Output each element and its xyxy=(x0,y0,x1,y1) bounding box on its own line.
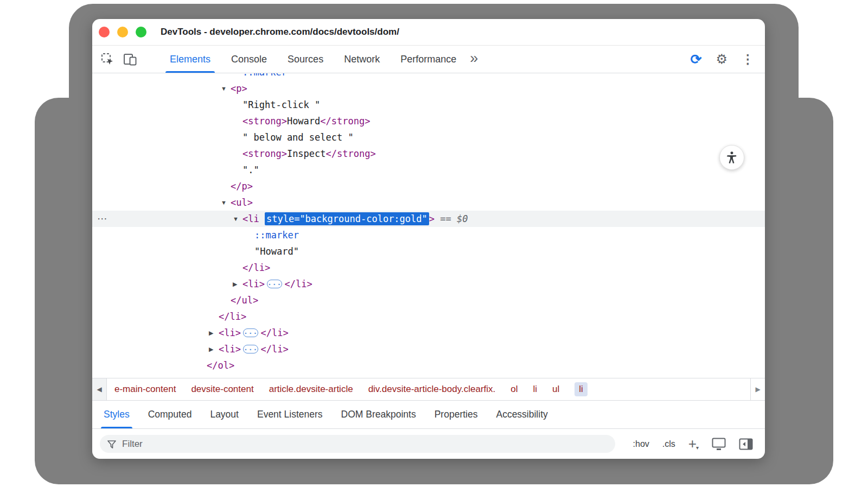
dom-tree-lines: ::marker▼<p>"Right-click "<strong>Howard… xyxy=(92,73,765,374)
tab-console[interactable]: Console xyxy=(221,46,277,73)
code-token-ellipsis[interactable]: ··· xyxy=(243,345,258,353)
expand-arrow-icon[interactable]: ▶ xyxy=(209,330,219,337)
code-token-ellipsis[interactable]: ··· xyxy=(267,280,282,288)
code-token-tag: <strong> xyxy=(242,148,287,159)
dom-tree-row[interactable]: ▶<li>···</li> xyxy=(92,325,765,341)
dom-tree-row[interactable]: "." xyxy=(92,162,765,178)
breadcrumb-item-selected[interactable]: li xyxy=(575,382,588,396)
filter-funnel-icon xyxy=(107,439,117,449)
code-token-dollar: $0 xyxy=(457,213,468,224)
code-token-tag: </ul> xyxy=(231,295,258,306)
sidebar-tab-dom-breakpoints[interactable]: DOM Breakpoints xyxy=(332,401,425,428)
breadcrumb-item[interactable]: devsite-content xyxy=(191,384,253,395)
code-token-tag: <li> xyxy=(219,327,241,338)
new-style-rule-button[interactable]: + ▾ xyxy=(688,438,699,450)
code-token-tag: <li> xyxy=(219,344,241,355)
dom-tree-row[interactable]: <strong>Inspect</strong> xyxy=(92,146,765,162)
dock-sidebar-icon[interactable] xyxy=(739,438,753,450)
panel-tabs: ElementsConsoleSourcesNetworkPerformance xyxy=(159,46,467,73)
dom-tree-row[interactable]: </ol> xyxy=(92,357,765,374)
pseudo-state-button[interactable]: :hov xyxy=(633,439,649,449)
collapse-arrow-icon[interactable]: ▼ xyxy=(221,85,231,92)
styles-filter-bar: :hov .cls + ▾ xyxy=(92,428,765,459)
dom-tree-row[interactable]: </p> xyxy=(92,178,765,194)
plus-icon: + xyxy=(688,438,697,450)
breadcrumb-item[interactable]: e-main-content xyxy=(114,384,176,395)
breadcrumb-item[interactable]: ol xyxy=(510,384,518,395)
filter-input[interactable] xyxy=(122,439,608,450)
titlebar: DevTools - developer.chrome.com/docs/dev… xyxy=(92,19,765,46)
dom-tree-row[interactable]: ▶<li>···</li> xyxy=(92,276,765,292)
code-token-text: Inspect xyxy=(287,148,326,159)
code-token-tag: </li> xyxy=(219,311,246,322)
code-token-tag: </strong> xyxy=(326,148,376,159)
collapse-arrow-icon[interactable]: ▼ xyxy=(221,199,231,206)
tab-network[interactable]: Network xyxy=(334,46,390,73)
dom-tree-row[interactable]: </li> xyxy=(92,308,765,325)
filter-pill[interactable] xyxy=(100,435,615,453)
device-toolbar-icon[interactable] xyxy=(123,52,138,67)
tab-elements[interactable]: Elements xyxy=(159,46,221,73)
inspect-element-icon[interactable] xyxy=(100,52,115,67)
expand-arrow-icon[interactable]: ▶ xyxy=(233,281,242,288)
settings-gear-icon[interactable]: ⚙ xyxy=(716,53,727,66)
collapse-arrow-icon[interactable]: ▼ xyxy=(233,216,242,222)
code-token-text: " below and select " xyxy=(242,132,354,143)
minimize-window-button[interactable] xyxy=(117,27,128,37)
toolbar-right-controls: ⟳ ⚙ ⋮ xyxy=(691,53,754,66)
code-token-tag: </li> xyxy=(242,262,270,273)
dom-tree-row[interactable]: ::marker xyxy=(92,73,765,80)
breadcrumb-item[interactable]: div.devsite-article-body.clearfix. xyxy=(368,384,496,395)
sidebar-tab-computed[interactable]: Computed xyxy=(139,401,201,428)
sidebar-tab-styles[interactable]: Styles xyxy=(94,401,139,428)
breadcrumb-scroll-left-icon[interactable]: ◀ xyxy=(92,378,107,400)
dom-tree-row[interactable]: " below and select " xyxy=(92,129,765,146)
traffic-lights xyxy=(99,27,146,37)
breadcrumb-list: e-main-contentdevsite-contentarticle.dev… xyxy=(107,378,595,400)
rendering-emulation-icon[interactable] xyxy=(712,438,726,451)
tab-sources[interactable]: Sources xyxy=(277,46,334,73)
main-toolbar: ElementsConsoleSourcesNetworkPerformance… xyxy=(92,46,765,73)
accessibility-button[interactable] xyxy=(719,145,744,170)
sync-icon[interactable]: ⟳ xyxy=(691,53,702,66)
tab-performance[interactable]: Performance xyxy=(390,46,467,73)
code-token-text xyxy=(259,213,265,224)
sidebar-tab-event-listeners[interactable]: Event Listeners xyxy=(248,401,332,428)
zoom-window-button[interactable] xyxy=(136,27,146,37)
code-token-text: "Howard" xyxy=(254,246,299,257)
dom-tree-row[interactable]: ▶<li>···</li> xyxy=(92,341,765,357)
dom-tree-row[interactable]: </ul> xyxy=(92,292,765,308)
code-token-tag: </p> xyxy=(231,181,253,192)
dom-tree-row[interactable]: ::marker xyxy=(92,227,765,243)
caret-down-icon: ▾ xyxy=(696,445,699,451)
expand-arrow-icon[interactable]: ▶ xyxy=(209,346,219,353)
dom-tree-row[interactable]: <strong>Howard</strong> xyxy=(92,113,765,129)
dom-tree-row[interactable]: ▼<ul> xyxy=(92,194,765,211)
sidebar-tab-accessibility[interactable]: Accessibility xyxy=(487,401,557,428)
dom-tree-panel: ::marker▼<p>"Right-click "<strong>Howard… xyxy=(92,73,765,378)
dom-tree-row[interactable]: "Howard" xyxy=(92,243,765,260)
dom-tree-row[interactable]: </li> xyxy=(92,260,765,276)
dom-tree-row[interactable]: ▼<p> xyxy=(92,80,765,97)
close-window-button[interactable] xyxy=(99,27,110,37)
more-panels-icon[interactable]: » xyxy=(470,51,478,68)
dom-tree-row-selected[interactable]: ⋯▼<li style="background-color:gold"> == … xyxy=(92,211,765,227)
code-token-tag: </li> xyxy=(284,279,312,289)
breadcrumb-item[interactable]: ul xyxy=(552,384,559,395)
code-token-tag: <strong> xyxy=(242,116,287,127)
accessibility-person-icon xyxy=(725,150,739,165)
code-token-pseudo: ::marker xyxy=(242,73,287,78)
breadcrumb-item[interactable]: li xyxy=(533,384,538,395)
code-token-tag: <p> xyxy=(231,83,247,94)
code-token-tag: > xyxy=(429,213,435,224)
element-classes-button[interactable]: .cls xyxy=(662,439,675,449)
breadcrumb-item[interactable]: article.devsite-article xyxy=(269,384,353,395)
code-token-text: Howard xyxy=(287,116,320,127)
code-token-ellipsis[interactable]: ··· xyxy=(243,328,258,337)
breadcrumb-scroll-right-icon[interactable]: ▶ xyxy=(750,378,765,400)
dom-tree-row[interactable]: "Right-click " xyxy=(92,97,765,113)
kebab-menu-icon[interactable]: ⋮ xyxy=(742,53,754,66)
row-options-icon[interactable]: ⋯ xyxy=(97,212,108,225)
sidebar-tab-properties[interactable]: Properties xyxy=(425,401,487,428)
sidebar-tab-layout[interactable]: Layout xyxy=(201,401,248,428)
